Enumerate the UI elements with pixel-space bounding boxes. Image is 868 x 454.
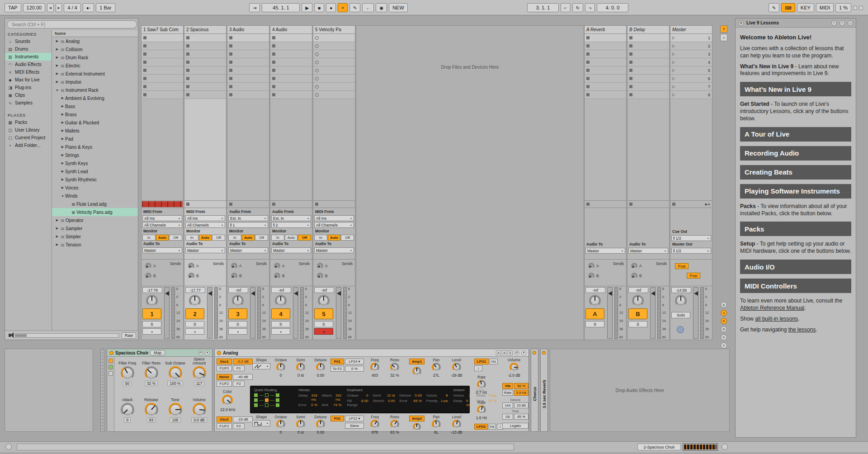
- input-type-chooser[interactable]: All Ins▼: [314, 215, 354, 221]
- clip-slot[interactable]: [142, 50, 183, 58]
- session-record-button[interactable]: ◉: [376, 3, 387, 12]
- peak-level-display[interactable]: -Inf: [271, 287, 291, 293]
- vibrato-toggle[interactable]: Vib: [502, 383, 513, 389]
- loop-length-display[interactable]: 4. 0. 0: [597, 3, 628, 12]
- send-knob-a[interactable]: [274, 263, 280, 269]
- tree-item-instrument-rack[interactable]: ▼▤Instrument Rack: [52, 86, 138, 94]
- peak-level-display[interactable]: -Inf: [628, 287, 648, 293]
- send-knob-b[interactable]: [274, 273, 280, 279]
- noise-toggle[interactable]: Noise: [217, 374, 232, 380]
- quantization-menu[interactable]: 1 Bar: [96, 3, 115, 12]
- tree-item-ambient-evolving[interactable]: ▶Ambient & Evolving: [52, 94, 138, 102]
- cue-headphone-icon[interactable]: [677, 326, 684, 333]
- tree-item-tension[interactable]: ▶▤Tension: [52, 241, 138, 249]
- monitor-auto[interactable]: Auto: [156, 235, 169, 241]
- clip-slot[interactable]: [227, 34, 269, 42]
- monitor-off[interactable]: Off: [169, 235, 182, 241]
- clip-slot[interactable]: [627, 75, 669, 83]
- peak-level-display[interactable]: -Inf: [314, 287, 334, 293]
- osc2-route[interactable]: F2: [233, 423, 245, 429]
- show-toggle-s[interactable]: S: [721, 310, 727, 316]
- track-drop-zone[interactable]: Drop Files and Devices Here: [356, 25, 584, 340]
- input-type-chooser[interactable]: All Ins▼: [185, 215, 225, 221]
- current-clip-name[interactable]: 2-Spacious Choir: [637, 444, 681, 450]
- peak-level-display[interactable]: -Inf: [585, 287, 605, 293]
- expand-icon[interactable]: ▶: [55, 64, 60, 67]
- clip-slot[interactable]: [585, 91, 626, 99]
- solo-button[interactable]: S: [142, 321, 161, 327]
- lesson-button-packs[interactable]: Packs: [740, 222, 851, 236]
- sidebar-item-samples[interactable]: ∿Samples: [5, 99, 52, 107]
- monitor-in[interactable]: In: [271, 235, 284, 241]
- loop-button[interactable]: ↻: [572, 3, 583, 12]
- clip-slot[interactable]: [227, 83, 269, 91]
- expand-icon[interactable]: ▶: [55, 218, 60, 222]
- clip-slot[interactable]: [142, 91, 183, 99]
- expand-icon[interactable]: ▶: [55, 39, 60, 43]
- fader-handle[interactable]: [337, 291, 341, 296]
- show-detail-toggle[interactable]: [722, 444, 728, 450]
- fil2-freq-knob[interactable]: [370, 420, 379, 429]
- osc1-toggle[interactable]: Osc1: [217, 359, 232, 364]
- amp1-toggle[interactable]: Amp1: [409, 359, 425, 364]
- osc1-shape[interactable]: ▼: [252, 363, 270, 369]
- tree-item-analog[interactable]: ▶▤Analog: [52, 37, 138, 45]
- tree-item-external-instrument[interactable]: ▶▤External Instrument: [52, 70, 138, 78]
- rack-macro-toggle[interactable]: [108, 359, 113, 363]
- expand-icon[interactable]: ▶: [55, 47, 60, 51]
- amp2-level-value[interactable]: -13 dB: [446, 430, 467, 435]
- osc2-semi-knob[interactable]: [296, 420, 305, 429]
- record-button[interactable]: ●: [326, 3, 336, 12]
- send-knob-b[interactable]: [588, 273, 594, 279]
- preview-speaker-icon[interactable]: [9, 334, 11, 337]
- peak-level-display[interactable]: -14.59: [671, 287, 691, 293]
- expand-icon[interactable]: ▶: [60, 96, 65, 100]
- time-signature-display[interactable]: 4 / 4: [64, 3, 80, 12]
- clip-stop-row[interactable]: [585, 200, 626, 208]
- clip-slot[interactable]: [585, 42, 626, 50]
- osc1-octave-knob[interactable]: [276, 363, 285, 372]
- clip-slot[interactable]: [585, 66, 626, 75]
- clip-stop-row[interactable]: [227, 200, 269, 208]
- macro-value[interactable]: 117: [194, 381, 205, 386]
- input-channel-chooser[interactable]: All Channels▼: [314, 222, 354, 228]
- clip-slot[interactable]: [184, 34, 226, 42]
- fil1-freq-value[interactable]: 403: [365, 373, 384, 378]
- send-knob-b[interactable]: [631, 273, 637, 279]
- monitor-off[interactable]: Off: [298, 235, 311, 241]
- track-header[interactable]: A Reverb: [585, 26, 626, 34]
- osc1-octave-value[interactable]: 0: [270, 373, 291, 378]
- tree-item-voices[interactable]: ▶Voices: [52, 184, 138, 192]
- volume-fader[interactable]: [693, 287, 698, 339]
- solo-button[interactable]: S: [314, 321, 333, 327]
- fil2-freq-value[interactable]: 878: [365, 430, 384, 435]
- noise-level[interactable]: -40 dB: [233, 374, 253, 380]
- send-knob-a[interactable]: [317, 263, 323, 269]
- lfo1-rate-value[interactable]: 0.7 Hz: [472, 390, 491, 395]
- input-channel-chooser[interactable]: All Channels▼: [142, 222, 182, 228]
- tree-item-operator[interactable]: ▶▤Operator: [52, 216, 138, 224]
- pan-knob[interactable]: [675, 295, 687, 307]
- preview-scrub-lane[interactable]: [14, 333, 119, 338]
- osc2-detune-knob[interactable]: [316, 420, 325, 429]
- sidebar-item-user-library[interactable]: ◫User Library: [5, 126, 52, 134]
- clip-slot[interactable]: [270, 75, 312, 83]
- volume-fader[interactable]: [336, 287, 341, 339]
- track-activator[interactable]: 4: [271, 308, 290, 319]
- amp2-level-knob[interactable]: [452, 420, 461, 429]
- pan-knob[interactable]: [318, 295, 330, 307]
- track-activator[interactable]: 3: [228, 308, 247, 319]
- track-header[interactable]: 4 Audio: [270, 26, 312, 34]
- osc2-octave-knob[interactable]: [276, 420, 285, 429]
- master-out-chooser[interactable]: ‖ 1/2▼: [671, 248, 711, 254]
- param-value[interactable]: 318 ms: [311, 393, 317, 402]
- lesson-home-icon[interactable]: ⌂: [848, 20, 853, 26]
- param-value[interactable]: 8.00: [361, 399, 368, 407]
- close-icon[interactable]: ✕: [738, 20, 744, 26]
- fil1-type-chooser[interactable]: LP24 ▾: [345, 359, 364, 364]
- arrangement-position-display[interactable]: 45. 1. 1: [262, 3, 300, 12]
- osc1-detune-value[interactable]: 0.00: [310, 373, 331, 378]
- clip-slot[interactable]: [270, 58, 312, 66]
- pan-knob[interactable]: [232, 295, 244, 307]
- send-knob-a[interactable]: [188, 263, 194, 269]
